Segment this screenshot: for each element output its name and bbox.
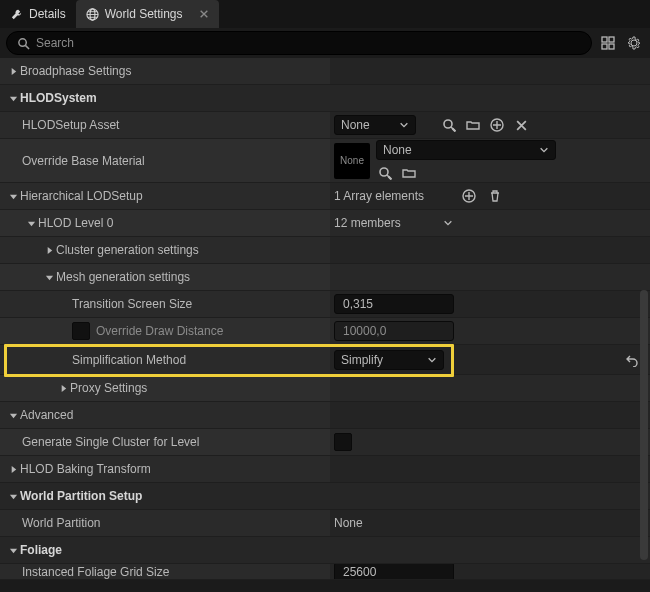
settings-button[interactable] — [624, 33, 644, 53]
browse-icon[interactable] — [440, 116, 458, 134]
row-hlodsetup-asset: HLODSetup Asset None — [0, 112, 650, 139]
trash-icon[interactable] — [486, 187, 504, 205]
search-field[interactable] — [36, 36, 581, 50]
chevron-down-icon — [6, 546, 20, 555]
property-label: Generate Single Cluster for Level — [22, 435, 199, 449]
struct-summary: 12 members — [334, 216, 401, 230]
property-label: Simplification Method — [72, 353, 186, 367]
wrench-icon — [10, 8, 23, 21]
scrollbar[interactable] — [640, 290, 648, 560]
chevron-right-icon — [6, 465, 20, 474]
property-label: HLOD Baking Transform — [20, 462, 151, 476]
property-label: Override Base Material — [22, 154, 145, 168]
grid-view-button[interactable] — [598, 33, 618, 53]
folder-icon[interactable] — [400, 164, 418, 182]
search-icon — [17, 37, 30, 50]
category-foliage[interactable]: Foliage — [0, 537, 650, 564]
property-label: HLODSetup Asset — [22, 118, 119, 132]
add-icon[interactable] — [488, 116, 506, 134]
search-row — [0, 28, 650, 58]
chevron-down-icon — [24, 219, 38, 228]
property-label: Cluster generation settings — [56, 243, 199, 257]
chevron-down-icon — [6, 94, 20, 103]
row-instanced-foliage-grid-size: Instanced Foliage Grid Size 25600 — [0, 564, 650, 580]
simplification-method-dropdown[interactable]: Simplify — [334, 350, 444, 370]
chevron-right-icon — [56, 384, 70, 393]
row-hlod-level-0[interactable]: HLOD Level 0 12 members — [0, 210, 650, 237]
draw-distance-input: 10000,0 — [334, 321, 454, 341]
add-element-icon[interactable] — [460, 187, 478, 205]
property-label: Transition Screen Size — [72, 297, 192, 311]
category-world-partition-setup[interactable]: World Partition Setup — [0, 483, 650, 510]
search-input[interactable] — [6, 31, 592, 55]
foliage-grid-size-input[interactable]: 25600 — [334, 564, 454, 580]
property-label: Advanced — [20, 408, 73, 422]
browse-icon[interactable] — [376, 164, 394, 182]
chevron-right-icon — [6, 67, 20, 76]
override-draw-distance-checkbox[interactable] — [72, 322, 90, 340]
row-override-base-material: Override Base Material None None — [0, 139, 650, 183]
tab-bar: Details World Settings — [0, 0, 650, 28]
tab-label: World Settings — [105, 7, 183, 21]
properties-panel: Broadphase Settings HLODSystem HLODSetup… — [0, 58, 650, 592]
tab-world-settings[interactable]: World Settings — [76, 0, 219, 28]
section-label: Foliage — [20, 543, 62, 557]
transition-screen-size-input[interactable]: 0,315 — [334, 294, 454, 314]
row-mesh-generation-settings[interactable]: Mesh generation settings — [0, 264, 650, 291]
chevron-down-icon — [6, 492, 20, 501]
chevron-down-icon — [6, 192, 20, 201]
value-text: None — [334, 516, 363, 530]
material-dropdown[interactable]: None — [376, 140, 556, 160]
generate-single-cluster-checkbox[interactable] — [334, 433, 352, 451]
section-label: HLODSystem — [20, 91, 97, 105]
close-icon[interactable] — [199, 9, 209, 19]
row-override-draw-distance: Override Draw Distance 10000,0 — [0, 318, 650, 345]
row-generate-single-cluster: Generate Single Cluster for Level — [0, 429, 650, 456]
property-label: Hierarchical LODSetup — [20, 189, 143, 203]
reset-to-default-icon[interactable] — [623, 351, 641, 369]
asset-dropdown[interactable]: None — [334, 115, 416, 135]
property-label: Mesh generation settings — [56, 270, 190, 284]
property-label: Override Draw Distance — [96, 324, 223, 338]
clear-icon[interactable] — [512, 116, 530, 134]
folder-icon[interactable] — [464, 116, 482, 134]
property-label: World Partition — [22, 516, 100, 530]
globe-icon — [86, 8, 99, 21]
row-simplification-method: Simplification Method Simplify — [0, 345, 650, 375]
property-label: Proxy Settings — [70, 381, 147, 395]
row-proxy-settings[interactable]: Proxy Settings — [0, 375, 650, 402]
tab-details[interactable]: Details — [0, 0, 76, 28]
row-hlod-baking-transform[interactable]: HLOD Baking Transform — [0, 456, 650, 483]
material-thumbnail[interactable]: None — [334, 143, 370, 179]
chevron-down-icon — [42, 273, 56, 282]
chevron-down-icon — [6, 411, 20, 420]
row-transition-screen-size: Transition Screen Size 0,315 — [0, 291, 650, 318]
chevron-down-icon[interactable] — [443, 218, 453, 228]
property-label: HLOD Level 0 — [38, 216, 113, 230]
tab-label: Details — [29, 7, 66, 21]
row-world-partition: World Partition None — [0, 510, 650, 537]
row-hierarchical-lodsetup[interactable]: Hierarchical LODSetup 1 Array elements — [0, 183, 650, 210]
section-label: Broadphase Settings — [20, 64, 131, 78]
category-hlodsystem[interactable]: HLODSystem — [0, 85, 650, 112]
row-advanced[interactable]: Advanced — [0, 402, 650, 429]
row-cluster-generation-settings[interactable]: Cluster generation settings — [0, 237, 650, 264]
chevron-right-icon — [42, 246, 56, 255]
property-label: Instanced Foliage Grid Size — [22, 565, 169, 579]
row-broadphase-settings[interactable]: Broadphase Settings — [0, 58, 650, 85]
section-label: World Partition Setup — [20, 489, 142, 503]
array-summary: 1 Array elements — [334, 189, 424, 203]
